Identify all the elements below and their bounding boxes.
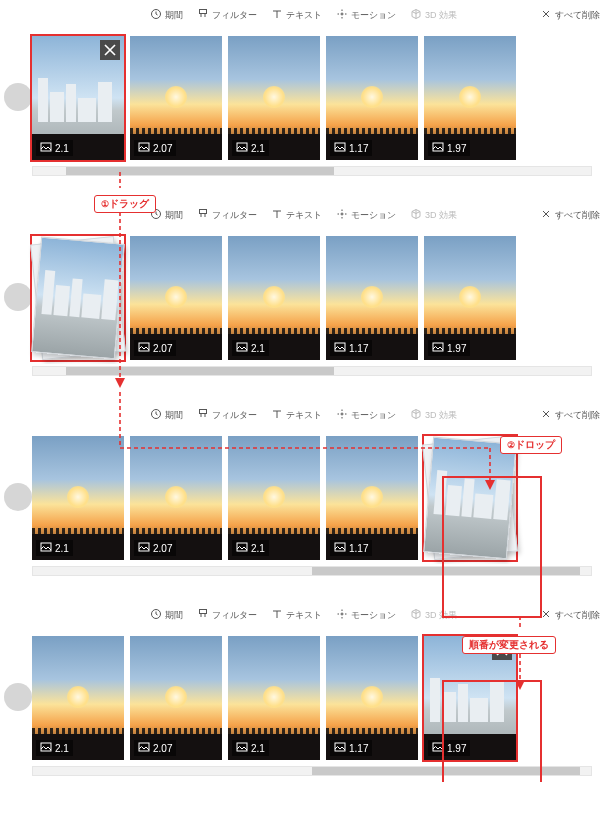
image-icon [236,742,248,754]
storyboard-thumb[interactable]: 1.97 [424,236,516,360]
scrollbar-handle[interactable] [66,367,334,375]
storyboard-panel: 期間 フィルター テキスト モーション 3D 効果 すべて削除 2.1 2.07… [0,600,600,776]
storyboard-thumb[interactable]: 2.07 [130,436,222,560]
callout-drop: ②ドロップ [500,436,562,454]
duration-value: 1.97 [447,143,466,154]
storyboard-strip[interactable]: 2.07 2.1 1.17 1.97 [24,230,600,364]
tool-motion[interactable]: モーション [336,208,396,222]
storyboard-thumb[interactable]: 1.97 [424,636,516,760]
storyboard-strip[interactable]: 2.1 2.07 2.1 1.17 1.97 [24,30,600,164]
duration-value: 2.07 [153,543,172,554]
scroll-left-button[interactable] [4,83,32,111]
horizontal-scrollbar[interactable] [32,366,592,376]
storyboard-thumb[interactable]: 2.07 [130,36,222,160]
tool-motion[interactable]: モーション [336,408,396,422]
duration-value: 1.17 [349,343,368,354]
horizontal-scrollbar[interactable] [32,166,592,176]
horizontal-scrollbar[interactable] [32,766,592,776]
scrollbar-handle[interactable] [312,567,580,575]
tool-text[interactable]: テキスト [271,408,322,422]
tool-motion-label: モーション [351,9,396,22]
tool-motion[interactable]: モーション [336,608,396,622]
callout-result: 順番が変更される [462,636,556,654]
tool-text[interactable]: テキスト [271,8,322,22]
tool-text[interactable]: テキスト [271,608,322,622]
duration-badge: 1.97 [428,140,470,156]
image-icon [432,742,444,754]
storyboard-thumb[interactable]: 2.1 [32,36,124,160]
storyboard-panel: 期間 フィルター テキスト モーション 3D 効果 すべて削除 2.07 2.1 [0,200,600,376]
motion-icon [336,8,348,22]
text-icon [271,8,283,22]
tool-filter[interactable]: フィルター [197,208,257,222]
tool-filter[interactable]: フィルター [197,608,257,622]
tool-duration[interactable]: 期間 [150,408,183,422]
tool-remove-all[interactable]: すべて削除 [540,208,600,222]
storyboard-thumb[interactable]: 2.1 [228,636,320,760]
duration-value: 2.1 [251,543,265,554]
cube-icon [410,8,422,22]
text-icon [271,208,283,222]
scroll-left-button[interactable] [4,483,32,511]
storyboard-thumb[interactable]: 1.17 [326,436,418,560]
clock-icon [150,408,162,422]
horizontal-scrollbar[interactable] [32,566,592,576]
storyboard-thumb[interactable]: 2.1 [32,636,124,760]
storyboard-thumb[interactable]: 1.97 [424,36,516,160]
tool-remove-all[interactable]: すべて削除 [540,608,600,622]
duration-badge: 2.1 [36,140,73,156]
tool-remove-all[interactable]: すべて削除 [540,8,600,22]
duration-value: 1.17 [349,543,368,554]
tool-text-label: テキスト [286,9,322,22]
tool-filter-label: フィルター [212,9,257,22]
scroll-left-button[interactable] [4,283,32,311]
storyboard-thumb[interactable]: 2.1 [32,436,124,560]
storyboard-thumb[interactable]: 2.1 [228,36,320,160]
storyboard-thumb[interactable]: 1.17 [326,636,418,760]
storyboard-thumb[interactable]: 2.07 [130,636,222,760]
filter-icon [197,608,209,622]
tool-duration[interactable]: 期間 [150,608,183,622]
duration-badge: 2.1 [232,140,269,156]
tool-filter[interactable]: フィルター [197,8,257,22]
duration-badge: 2.1 [232,540,269,556]
tool-motion[interactable]: モーション [336,8,396,22]
storyboard-thumb[interactable]: 1.17 [326,236,418,360]
duration-value: 2.1 [251,343,265,354]
duration-value: 2.07 [153,743,172,754]
text-icon [271,608,283,622]
cube-icon [410,608,422,622]
tool-duration[interactable]: 期間 [150,8,183,22]
scrollbar-handle[interactable] [66,167,334,175]
tool-text-label: テキスト [286,609,322,622]
image-icon [236,142,248,154]
tool-remove-all-label: すべて削除 [555,609,600,622]
duration-value: 2.07 [153,143,172,154]
tool-motion-label: モーション [351,609,396,622]
thumb-ghost[interactable] [32,236,124,360]
storyboard-thumb[interactable]: 1.17 [326,36,418,160]
thumb-close-button[interactable] [100,40,120,60]
tool-duration-label: 期間 [165,9,183,22]
image-icon [138,742,150,754]
storyboard-thumb[interactable]: 2.07 [130,236,222,360]
duration-badge: 1.17 [330,540,372,556]
duration-badge: 2.1 [36,740,73,756]
duration-value: 2.1 [55,743,69,754]
clock-icon [150,8,162,22]
motion-icon [336,408,348,422]
tool-filter[interactable]: フィルター [197,408,257,422]
filter-icon [197,208,209,222]
tool-remove-all[interactable]: すべて削除 [540,408,600,422]
scrollbar-handle[interactable] [312,767,580,775]
thumb-ghost[interactable] [424,436,516,560]
storyboard-thumb[interactable]: 2.1 [228,236,320,360]
duration-badge: 2.07 [134,740,176,756]
svg-point-24 [341,613,343,615]
storyboard-thumb[interactable]: 2.1 [228,436,320,560]
close-icon [540,608,552,622]
duration-badge: 2.07 [134,540,176,556]
tool-3d-effect: 3D 効果 [410,408,457,422]
tool-text[interactable]: テキスト [271,208,322,222]
scroll-left-button[interactable] [4,683,32,711]
